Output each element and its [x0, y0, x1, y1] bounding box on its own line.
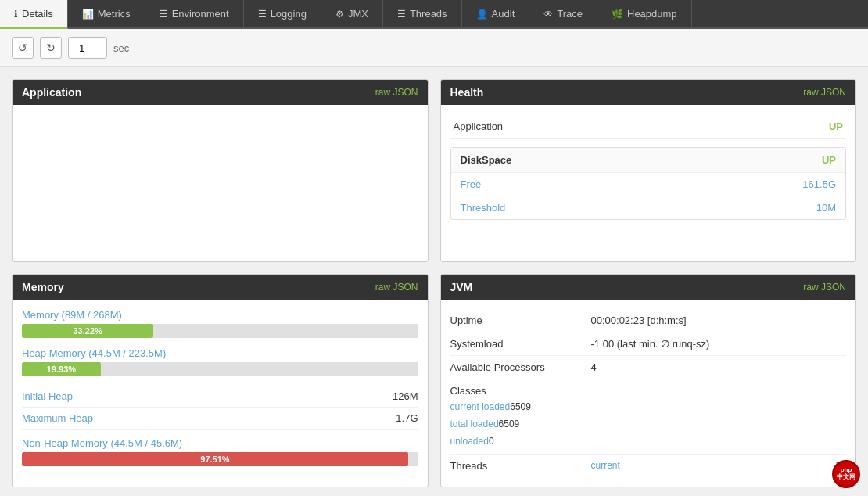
initial-heap-val: 126M	[393, 390, 418, 402]
tab-threads[interactable]: ☰ Threads	[383, 0, 462, 27]
application-raw-json-link[interactable]: raw JSON	[375, 87, 418, 98]
memory-total-item: Memory (89M / 268M) 33.22%	[22, 309, 418, 338]
sec-label: sec	[113, 42, 129, 54]
application-card-header: Application raw JSON	[13, 80, 428, 105]
jvm-threads-val-group: current 28	[591, 460, 847, 471]
jvm-card-body: Uptime 00:00:02:23 [d:h:m:s] Systemload …	[441, 300, 856, 487]
jvm-raw-json-link[interactable]: raw JSON	[803, 282, 846, 293]
main-content: Application raw JSON Health raw JSON App…	[0, 67, 868, 496]
health-card-header: Health raw JSON	[441, 80, 856, 105]
diskspace-section: DiskSpace UP Free 161.5G Threshold 10M	[450, 147, 847, 220]
jvm-classes-current: current loaded 6509	[450, 400, 531, 414]
jvm-classes-row: Classes current loaded 6509 total loaded…	[450, 379, 847, 455]
jvm-classes-current-val: 6509	[510, 401, 531, 412]
application-card: Application raw JSON	[12, 79, 429, 262]
jvm-processors-key: Available Processors	[450, 361, 591, 373]
memory-total-progress-bg: 33.22%	[22, 324, 418, 338]
heap-memory-progress-bg: 19.93%	[22, 362, 418, 376]
threads-icon: ☰	[397, 9, 406, 20]
non-heap-memory-progress-bg: 97.51%	[22, 452, 418, 466]
jvm-systemload-val: -1.00 (last min. ∅ runq-sz)	[591, 338, 847, 350]
jvm-uptime-row: Uptime 00:00:02:23 [d:h:m:s]	[450, 309, 847, 332]
tab-audit[interactable]: 👤 Audit	[462, 0, 530, 27]
diskspace-free-row: Free 161.5G	[451, 173, 846, 196]
jvm-classes-key: Classes	[450, 385, 591, 397]
audit-icon: 👤	[476, 9, 488, 20]
memory-card-body: Memory (89M / 268M) 33.22% Heap Memory (…	[13, 300, 428, 485]
jvm-classes-current-label: current loaded	[450, 401, 511, 412]
tab-heapdump[interactable]: 🌿 Heapdump	[597, 0, 692, 27]
jvm-threads-key: Threads	[450, 460, 591, 472]
tab-jmx-label: JMX	[348, 8, 368, 20]
diskspace-status: UP	[822, 154, 836, 166]
memory-card: Memory raw JSON Memory (89M / 268M) 33.2…	[12, 274, 429, 487]
tab-metrics[interactable]: 📊 Metrics	[68, 0, 145, 27]
tab-logging[interactable]: ☰ Logging	[244, 0, 321, 27]
jvm-classes-unloaded-label: unloaded	[450, 436, 489, 447]
controls-bar: ↺ ↻ sec	[0, 29, 868, 67]
health-raw-json-link[interactable]: raw JSON	[803, 87, 846, 98]
tab-heapdump-label: Heapdump	[627, 8, 677, 20]
trace-icon: 👁	[543, 9, 553, 20]
jvm-classes-unloaded: unloaded 0	[450, 434, 494, 448]
diskspace-free-key: Free	[461, 178, 482, 190]
health-card: Health raw JSON Application UP DiskSpace…	[440, 79, 857, 262]
health-app-label: Application	[454, 120, 504, 132]
tab-environment-label: Environment	[172, 8, 229, 20]
tab-details[interactable]: ℹ Details	[0, 0, 68, 29]
jvm-processors-row: Available Processors 4	[450, 356, 847, 379]
memory-card-title: Memory	[22, 281, 64, 293]
jvm-systemload-row: Systemload -1.00 (last min. ∅ runq-sz)	[450, 332, 847, 356]
heapdump-icon: 🌿	[612, 9, 623, 20]
heap-memory-percent-label: 19.93%	[47, 365, 76, 374]
non-heap-memory-progress-fill: 97.51%	[22, 452, 408, 466]
jvm-card: JVM raw JSON Uptime 00:00:02:23 [d:h:m:s…	[440, 274, 857, 487]
application-card-title: Application	[22, 86, 81, 99]
max-heap-row: Maximum Heap 1.7G	[22, 408, 418, 430]
application-card-body	[13, 105, 428, 261]
info-icon: ℹ	[14, 9, 18, 20]
jvm-card-title: JVM	[450, 281, 473, 293]
diskspace-header: DiskSpace UP	[451, 148, 846, 173]
interval-input[interactable]	[68, 37, 107, 59]
tab-jmx[interactable]: ⚙ JMX	[321, 0, 383, 27]
initial-heap-row: Initial Heap 126M	[22, 386, 418, 408]
memory-total-progress-fill: 33.22%	[22, 324, 153, 338]
diskspace-title: DiskSpace	[461, 154, 512, 166]
tab-trace-label: Trace	[557, 8, 583, 20]
non-heap-memory-item: Non-Heap Memory (44.5M / 45.6M) 97.51%	[22, 437, 418, 466]
diskspace-threshold-val: 10M	[816, 202, 836, 214]
jvm-classes-total-label: total loaded	[450, 419, 499, 430]
memory-raw-json-link[interactable]: raw JSON	[375, 282, 418, 293]
diskspace-card: DiskSpace UP Free 161.5G Threshold 10M	[450, 147, 847, 220]
memory-total-percent-label: 33.22%	[73, 326, 102, 336]
memory-card-header: Memory raw JSON	[13, 275, 428, 300]
jvm-processors-val: 4	[591, 361, 847, 373]
auto-refresh-button[interactable]: ↻	[40, 37, 62, 59]
health-card-title: Health	[450, 86, 484, 99]
jvm-systemload-key: Systemload	[450, 338, 591, 350]
tab-trace[interactable]: 👁 Trace	[529, 0, 597, 27]
jvm-classes-total: total loaded 6509	[450, 417, 520, 431]
tab-environment[interactable]: ☰ Environment	[145, 0, 244, 27]
diskspace-threshold-key: Threshold	[461, 202, 506, 214]
heap-memory-progress-fill: 19.93%	[22, 362, 101, 376]
heap-memory-label: Heap Memory (44.5M / 223.5M)	[22, 347, 418, 359]
non-heap-memory-percent-label: 97.51%	[200, 455, 229, 464]
jvm-threads-row: Threads current 28	[450, 455, 847, 477]
tab-details-label: Details	[22, 8, 53, 20]
health-app-row: Application UP	[450, 114, 847, 139]
memory-total-label: Memory (89M / 268M)	[22, 309, 418, 321]
diskspace-threshold-row: Threshold 10M	[451, 196, 846, 219]
jvm-threads-current-label: current	[591, 460, 620, 471]
jvm-classes-total-val: 6509	[499, 419, 520, 430]
max-heap-val: 1.7G	[396, 412, 418, 424]
heap-memory-item: Heap Memory (44.5M / 223.5M) 19.93%	[22, 347, 418, 376]
diskspace-free-val: 161.5G	[802, 178, 836, 190]
nav-bar: ℹ Details 📊 Metrics ☰ Environment ☰ Logg…	[0, 0, 868, 29]
max-heap-key: Maximum Heap	[22, 412, 93, 424]
refresh-button[interactable]: ↺	[12, 37, 34, 59]
php-badge-text: php中文网	[837, 467, 855, 481]
jmx-icon: ⚙	[335, 9, 344, 20]
tab-logging-label: Logging	[271, 8, 307, 20]
